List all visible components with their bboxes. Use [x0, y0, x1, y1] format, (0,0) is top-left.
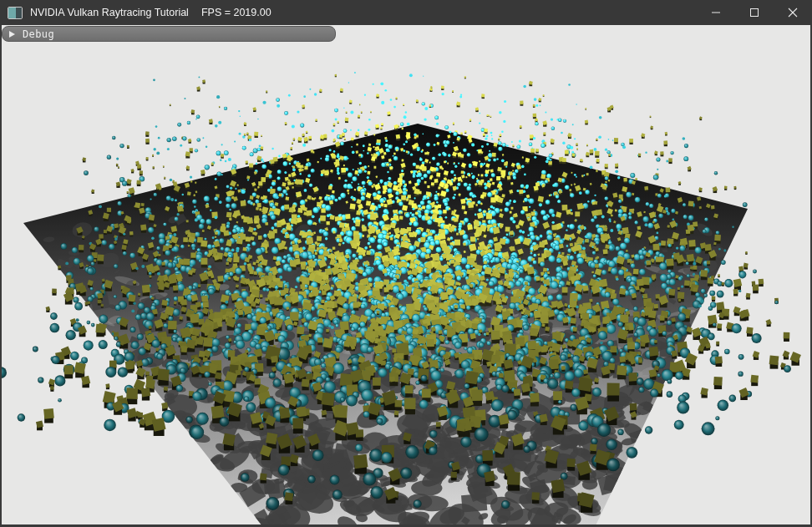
debug-panel-header[interactable]: Debug: [2, 26, 336, 42]
close-button[interactable]: [774, 0, 812, 25]
minimize-icon: [711, 8, 721, 18]
app-window: NVIDIA Vulkan Raytracing Tutorial FPS = …: [0, 0, 812, 527]
fps-counter: FPS = 2019.00: [201, 7, 272, 18]
debug-panel-label: Debug: [23, 28, 54, 40]
minimize-button[interactable]: [697, 0, 735, 25]
maximize-icon: [749, 8, 759, 18]
close-icon: [788, 8, 798, 18]
window-controls: [697, 0, 812, 25]
titlebar: NVIDIA Vulkan Raytracing Tutorial FPS = …: [0, 0, 812, 25]
render-viewport[interactable]: Debug: [0, 25, 812, 527]
window-border-left: [0, 25, 2, 527]
app-icon: [8, 7, 23, 19]
collapsed-arrow-icon: [9, 31, 15, 38]
raytraced-scene-canvas[interactable]: [0, 25, 812, 527]
window-title: NVIDIA Vulkan Raytracing Tutorial: [30, 7, 189, 18]
maximize-button[interactable]: [735, 0, 774, 25]
